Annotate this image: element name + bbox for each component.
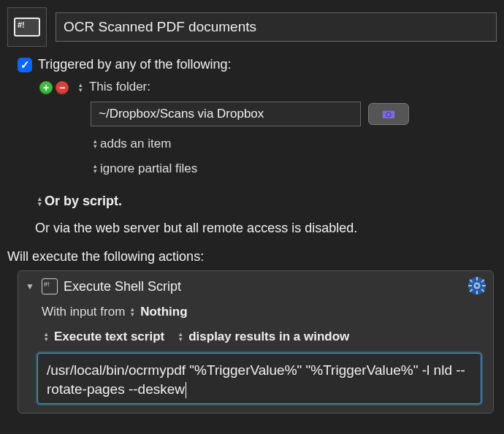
terminal-icon: #!: [14, 18, 40, 37]
disclosure-triangle-icon[interactable]: ▼: [26, 281, 34, 292]
action-options-gear-icon[interactable]: [467, 275, 487, 296]
partial-files-label: ignore partial files: [100, 161, 197, 176]
trigger-type-label: This folder:: [89, 80, 150, 94]
macro-name-input[interactable]: [56, 12, 497, 42]
input-from-label: With input from: [42, 305, 125, 319]
action-execute-shell-script[interactable]: ▼ #! Execute Shell Script With input fro…: [18, 270, 494, 414]
script-textarea[interactable]: /usr/local/bin/ocrmypdf "%TriggerValue%"…: [37, 353, 481, 404]
svg-rect-6: [468, 285, 472, 286]
action-title: Execute Shell Script: [64, 279, 181, 294]
trigger-enabled-checkbox[interactable]: ✓: [18, 58, 32, 72]
add-trigger-button[interactable]: +: [39, 81, 53, 94]
svg-rect-5: [476, 291, 478, 294]
script-mode-label: Execute text script: [54, 330, 164, 344]
input-from-value: Nothing: [140, 305, 187, 319]
script-text: /usr/local/bin/ocrmypdf "%TriggerValue%"…: [47, 362, 465, 397]
display-mode-label: display results in a window: [188, 330, 349, 344]
check-icon: ✓: [20, 58, 30, 72]
or-script-label: Or by script.: [45, 194, 122, 209]
folder-path-input[interactable]: [91, 102, 361, 126]
svg-rect-0: [383, 111, 395, 119]
choose-folder-button[interactable]: [368, 103, 409, 125]
remove-trigger-button[interactable]: −: [56, 81, 69, 94]
script-mode-stepper[interactable]: ▴▾: [45, 332, 48, 342]
shell-script-icon: #!: [42, 278, 58, 294]
partial-files-stepper[interactable]: ▴▾: [93, 164, 97, 174]
triggered-by-label: Triggered by any of the following:: [38, 57, 231, 72]
folder-gear-icon: [382, 109, 395, 119]
display-mode-stepper[interactable]: ▴▾: [179, 332, 183, 342]
trigger-type-stepper[interactable]: ▴▾: [79, 83, 83, 93]
svg-rect-7: [482, 285, 486, 286]
macro-icon[interactable]: #!: [7, 7, 47, 47]
text-caret: [186, 382, 186, 398]
web-server-label: Or via the web server but all remote acc…: [35, 221, 497, 236]
input-from-stepper[interactable]: ▴▾: [131, 307, 134, 317]
svg-point-12: [476, 284, 478, 287]
svg-rect-4: [476, 277, 478, 281]
actions-header: Will execute the following actions:: [7, 249, 497, 264]
folder-event-label: adds an item: [100, 137, 171, 151]
or-script-stepper[interactable]: ▴▾: [38, 197, 42, 207]
folder-event-stepper[interactable]: ▴▾: [93, 139, 97, 149]
